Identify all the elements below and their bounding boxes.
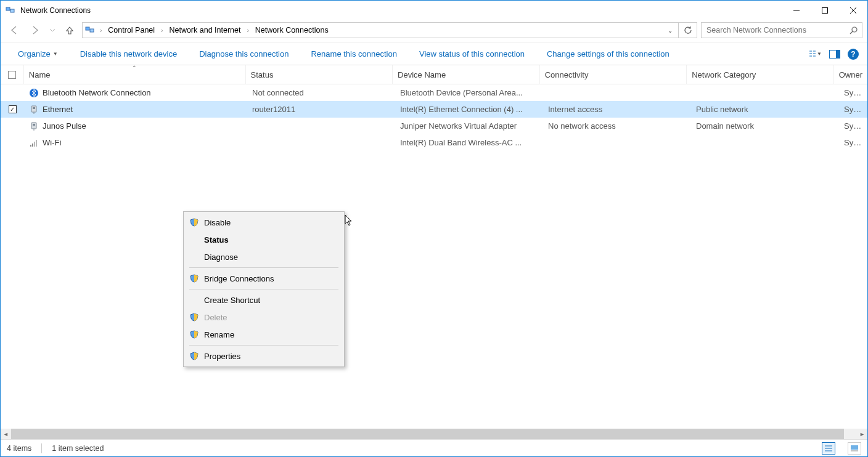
recent-dropdown[interactable] — [47, 22, 57, 39]
toolbar: Organize▼ Disable this network device Di… — [1, 42, 867, 65]
organize-button[interactable]: Organize▼ — [7, 47, 69, 61]
view-status-button[interactable]: View status of this connection — [408, 47, 536, 61]
shield-icon — [189, 312, 199, 322]
divider — [41, 443, 42, 453]
cursor-icon — [345, 214, 353, 227]
disable-device-button[interactable]: Disable this network device — [69, 47, 189, 61]
row-owner: System — [839, 88, 867, 97]
separator — [189, 345, 338, 346]
svg-point-9 — [852, 27, 857, 32]
preview-pane-button[interactable] — [828, 47, 841, 61]
minimize-button[interactable] — [782, 1, 811, 20]
diagnose-connection-button[interactable]: Diagnose this connection — [188, 47, 300, 61]
row-connectivity: No network access — [543, 121, 691, 131]
column-device[interactable]: Device Name — [393, 65, 540, 84]
search-box[interactable] — [701, 22, 862, 38]
row-name[interactable]: Wi-Fi — [24, 138, 247, 148]
svg-rect-26 — [30, 145, 31, 147]
svg-rect-4 — [822, 8, 828, 14]
scroll-track[interactable] — [11, 429, 857, 439]
connection-name-label: Junos Pulse — [43, 121, 86, 131]
connection-row[interactable]: Bluetooth Network Connection Not connect… — [1, 84, 867, 101]
context-menu: Disable Status Diagnose Bridge Connectio… — [183, 211, 345, 367]
column-check[interactable] — [1, 65, 24, 84]
chevron-right-icon: › — [244, 27, 251, 34]
address-bar[interactable]: › Control Panel › Network and Internet ›… — [82, 22, 679, 38]
item-count: 4 items — [7, 444, 31, 453]
details-view-button[interactable] — [822, 442, 835, 455]
window: Network Connections — [0, 0, 868, 457]
search-icon — [850, 26, 858, 34]
forward-button[interactable] — [27, 22, 44, 39]
connection-list: Bluetooth Network Connection Not connect… — [1, 84, 867, 429]
svg-rect-24 — [33, 124, 35, 126]
window-title: Network Connections — [20, 6, 91, 15]
scroll-left-button[interactable]: ◄ — [1, 429, 11, 439]
separator — [189, 267, 338, 268]
shield-icon — [189, 351, 199, 361]
breadcrumb-network-connections[interactable]: Network Connections — [254, 25, 330, 36]
ethernet-icon — [29, 105, 39, 115]
titlebar: Network Connections — [1, 1, 867, 20]
connection-row[interactable]: ✓ Ethernet router12011 Intel(R) Ethernet… — [1, 101, 867, 118]
wifi-icon — [29, 138, 39, 148]
row-category: Domain network — [691, 121, 839, 131]
rename-connection-button[interactable]: Rename this connection — [300, 47, 407, 61]
row-owner: System — [839, 105, 867, 114]
ctx-properties[interactable]: Properties — [186, 347, 342, 365]
column-connectivity[interactable]: Connectivity — [540, 65, 687, 84]
connection-name-label: Ethernet — [43, 105, 73, 114]
row-owner: System — [839, 138, 867, 147]
up-button[interactable] — [61, 22, 78, 39]
connection-row[interactable]: Wi-Fi Intel(R) Dual Band Wireless-AC ...… — [1, 134, 867, 151]
row-device: Juniper Networks Virtual Adapter — [395, 121, 543, 131]
row-name[interactable]: Ethernet — [24, 105, 247, 115]
row-name[interactable]: Junos Pulse — [24, 121, 247, 131]
separator — [189, 289, 338, 289]
help-button[interactable]: ? — [848, 49, 859, 60]
row-owner: System — [839, 121, 867, 131]
svg-rect-8 — [90, 29, 94, 32]
svg-rect-7 — [86, 27, 89, 30]
search-input[interactable] — [705, 25, 850, 35]
refresh-button[interactable] — [679, 22, 697, 38]
chevron-right-icon: › — [158, 27, 165, 34]
ctx-bridge[interactable]: Bridge Connections — [186, 270, 342, 287]
connection-row[interactable]: Junos Pulse Juniper Networks Virtual Ada… — [1, 118, 867, 134]
column-headers: Name ⌃ Status Device Name Connectivity N… — [1, 65, 867, 84]
row-name[interactable]: Bluetooth Network Connection — [24, 88, 247, 98]
breadcrumb-control-panel[interactable]: Control Panel — [107, 25, 156, 36]
history-dropdown[interactable]: ⌄ — [665, 27, 676, 34]
breadcrumb-network-internet[interactable]: Network and Internet — [168, 25, 242, 36]
column-name[interactable]: Name ⌃ — [24, 65, 246, 84]
row-checkbox[interactable]: ✓ — [1, 105, 24, 113]
selected-count: 1 item selected — [52, 444, 104, 453]
shield-icon — [189, 217, 199, 227]
column-owner[interactable]: Owner — [834, 65, 867, 84]
row-device: Bluetooth Device (Personal Area... — [395, 88, 543, 97]
ctx-disable[interactable]: Disable — [186, 214, 342, 231]
bluetooth-icon — [29, 88, 39, 98]
shield-icon — [189, 330, 199, 339]
ctx-status[interactable]: Status — [186, 231, 342, 248]
ctx-diagnose[interactable]: Diagnose — [186, 248, 342, 265]
large-icons-view-button[interactable] — [848, 442, 861, 455]
row-connectivity: Internet access — [543, 105, 691, 114]
ctx-rename[interactable]: Rename — [186, 326, 342, 343]
ctx-delete: Delete — [186, 309, 342, 326]
close-button[interactable] — [839, 1, 867, 20]
column-status[interactable]: Status — [246, 65, 393, 84]
scroll-thumb[interactable] — [11, 429, 844, 439]
view-options-button[interactable]: ▼ — [808, 47, 822, 61]
scroll-right-button[interactable]: ► — [857, 429, 867, 439]
horizontal-scrollbar[interactable]: ◄ ► — [1, 429, 867, 439]
change-settings-button[interactable]: Change settings of this connection — [536, 47, 681, 61]
svg-rect-0 — [6, 7, 10, 10]
connection-name-label: Wi-Fi — [43, 138, 61, 147]
column-category[interactable]: Network Category — [687, 65, 834, 84]
connection-name-label: Bluetooth Network Connection — [43, 88, 151, 97]
maximize-button[interactable] — [811, 1, 839, 20]
ctx-shortcut[interactable]: Create Shortcut — [186, 291, 342, 309]
chevron-right-icon: › — [97, 27, 104, 34]
back-button[interactable] — [6, 22, 23, 39]
